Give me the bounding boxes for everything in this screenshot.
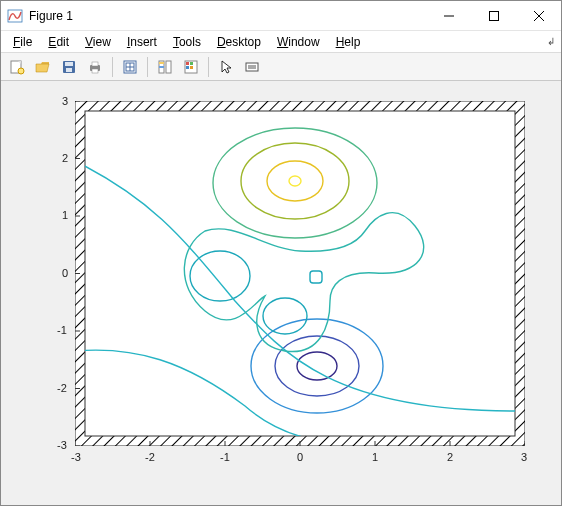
figure-canvas: -3 -2 -1 0 1 2 3 -3 -2 -1 0 1 2 3 [1,81,561,505]
svg-rect-20 [159,66,164,68]
toolbar-sep-2 [147,57,148,77]
xtick-5: 2 [447,451,453,463]
svg-rect-2 [489,11,498,20]
menu-file[interactable]: File [7,33,38,51]
menu-window[interactable]: Window [271,33,326,51]
menubar: File Edit View Insert Tools Desktop Wind… [1,31,561,53]
toolbar [1,53,561,81]
open-button[interactable] [31,55,55,79]
svg-point-7 [18,68,24,74]
svg-rect-25 [186,66,189,69]
svg-rect-13 [92,69,98,73]
print-button[interactable] [83,55,107,79]
pointer-button[interactable] [214,55,238,79]
ytick-6: 3 [62,95,68,107]
datacursor-button[interactable] [153,55,177,79]
titlebar: Figure 1 [1,1,561,31]
maximize-button[interactable] [471,1,516,31]
ytick-1: -2 [57,382,67,394]
dock-arrow-icon[interactable]: ↲ [547,36,555,47]
contour-plot [75,101,525,446]
window-title: Figure 1 [29,9,426,23]
svg-rect-19 [159,62,164,64]
close-button[interactable] [516,1,561,31]
xtick-2: -1 [220,451,230,463]
menu-insert[interactable]: Insert [121,33,163,51]
svg-rect-12 [92,62,98,66]
xtick-1: -2 [145,451,155,463]
svg-rect-23 [186,62,189,65]
svg-rect-26 [190,66,193,69]
svg-rect-27 [246,63,258,71]
menu-desktop[interactable]: Desktop [211,33,267,51]
menu-help[interactable]: Help [330,33,367,51]
menu-view[interactable]: View [79,33,117,51]
select-button[interactable] [240,55,264,79]
ytick-0: -3 [57,439,67,451]
axes-area[interactable]: -3 -2 -1 0 1 2 3 -3 -2 -1 0 1 2 3 [75,101,525,446]
menu-tools[interactable]: Tools [167,33,207,51]
ytick-2: -1 [57,324,67,336]
menu-edit[interactable]: Edit [42,33,75,51]
xtick-3: 0 [297,451,303,463]
copy-button[interactable] [118,55,142,79]
svg-rect-10 [66,68,72,72]
toolbar-sep-1 [112,57,113,77]
app-icon [7,8,23,24]
xtick-0: -3 [71,451,81,463]
svg-rect-9 [65,62,73,66]
minimize-button[interactable] [426,1,471,31]
ytick-5: 2 [62,152,68,164]
svg-rect-21 [166,61,171,73]
window-buttons [426,1,561,31]
toolbar-sep-3 [208,57,209,77]
ytick-3: 0 [62,267,68,279]
new-figure-button[interactable] [5,55,29,79]
ytick-4: 1 [62,209,68,221]
xtick-6: 3 [521,451,527,463]
svg-rect-24 [190,62,193,65]
colorbar-button[interactable] [179,55,203,79]
xtick-4: 1 [372,451,378,463]
save-button[interactable] [57,55,81,79]
